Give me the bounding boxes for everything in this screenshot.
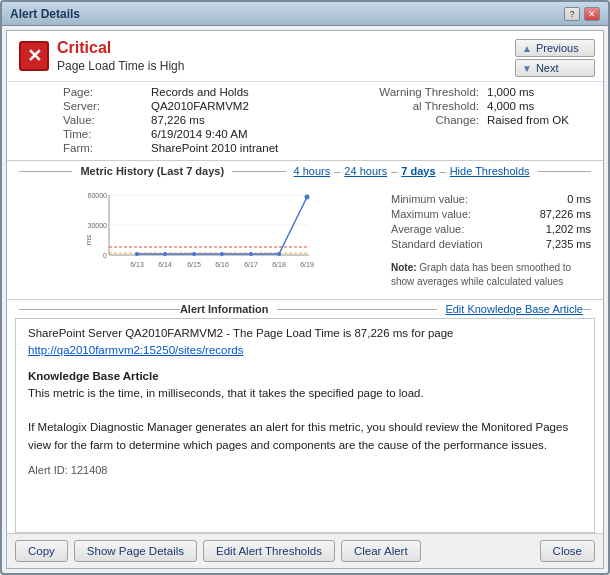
copy-button[interactable]: Copy (15, 540, 68, 562)
kb-section: Knowledge Base Article This metric is th… (28, 368, 582, 454)
time-value: 6/19/2014 9:40 AM (151, 128, 331, 140)
down-icon: ▼ (522, 63, 532, 74)
chart-area: ms 60000 30000 0 (7, 181, 603, 299)
alert-info-line-end (583, 309, 591, 310)
max-label: Maximum value: (391, 208, 471, 220)
link-4hours[interactable]: 4 hours (294, 165, 331, 177)
svg-text:30000: 30000 (88, 222, 108, 229)
warning-threshold-label: Warning Threshold: (339, 86, 479, 98)
chart-container: ms 60000 30000 0 (19, 185, 379, 295)
al-threshold-value: 4,000 ms (487, 100, 591, 112)
page-label: Page: (63, 86, 143, 98)
help-button[interactable]: ? (564, 7, 580, 21)
edit-kb-article-link[interactable]: Edit Knowledge Base Article (437, 303, 583, 315)
svg-text:ms: ms (84, 235, 93, 246)
nav-buttons: ▲ Previous ▼ Next (515, 39, 595, 77)
svg-text:0: 0 (103, 252, 107, 259)
svg-text:6/18: 6/18 (272, 261, 286, 268)
previous-button[interactable]: ▲ Previous (515, 39, 595, 57)
min-value: 0 ms (567, 193, 591, 205)
alert-info-line-right (277, 309, 438, 310)
max-value: 87,226 ms (540, 208, 591, 220)
kb-section-title: Knowledge Base Article (28, 368, 582, 385)
svg-point-14 (220, 252, 224, 256)
chart-svg: ms 60000 30000 0 (19, 185, 379, 295)
button-bar: Copy Show Page Details Edit Alert Thresh… (7, 533, 603, 568)
svg-point-16 (277, 252, 281, 256)
clear-alert-button[interactable]: Clear Alert (341, 540, 421, 562)
avg-value: 1,202 ms (546, 223, 591, 235)
alert-header: ✕ Critical Page Load Time is High ▲ Prev… (7, 31, 603, 82)
section-line-mid (232, 171, 285, 172)
avg-label: Average value: (391, 223, 464, 235)
content-area: ✕ Critical Page Load Time is High ▲ Prev… (6, 30, 604, 569)
title-bar-controls: ? ✕ (564, 7, 600, 21)
section-line-right (538, 171, 591, 172)
alert-subtitle: Page Load Time is High (57, 59, 591, 73)
svg-text:6/16: 6/16 (215, 261, 229, 268)
show-page-details-button[interactable]: Show Page Details (74, 540, 197, 562)
alert-title-area: Critical Page Load Time is High (57, 39, 591, 73)
kb-body: This metric is the time, in milliseconds… (28, 387, 424, 399)
link-24hours[interactable]: 24 hours (344, 165, 387, 177)
change-label: Change: (339, 114, 479, 126)
stat-row-max: Maximum value: 87,226 ms (391, 208, 591, 220)
value-label: Value: (63, 114, 143, 126)
link-hide-thresholds[interactable]: Hide Thresholds (450, 165, 530, 177)
stat-row-avg: Average value: 1,202 ms (391, 223, 591, 235)
close-button[interactable]: Close (540, 540, 595, 562)
stat-row-min: Minimum value: 0 ms (391, 193, 591, 205)
min-label: Minimum value: (391, 193, 468, 205)
section-header-links: 4 hours – 24 hours – 7 days – Hide Thres… (294, 165, 530, 177)
title-bar: Alert Details ? ✕ (2, 2, 608, 26)
alert-info-line-left (19, 309, 180, 310)
link-7days[interactable]: 7 days (401, 165, 435, 177)
alert-severity-icon: ✕ (19, 41, 49, 71)
up-icon: ▲ (522, 43, 532, 54)
svg-point-11 (135, 252, 139, 256)
std-label: Standard deviation (391, 238, 483, 250)
farm-label: Farm: (63, 142, 143, 154)
time-label: Time: (63, 128, 143, 140)
metric-history-title: Metric History (Last 7 days) (80, 165, 224, 177)
alert-body-line1: SharePoint Server QA2010FARMVM2 - The Pa… (28, 325, 582, 360)
section-line-left (19, 171, 72, 172)
change-value: Raised from OK (487, 114, 591, 126)
edit-thresholds-button[interactable]: Edit Alert Thresholds (203, 540, 335, 562)
svg-text:60000: 60000 (88, 192, 108, 199)
window-close-button[interactable]: ✕ (584, 7, 600, 21)
alert-info-header: Alert Information Edit Knowledge Base Ar… (7, 299, 603, 318)
alert-id: Alert ID: 121408 (28, 462, 582, 479)
kb-body2: If Metalogix Diagnostic Manager generate… (28, 421, 568, 450)
server-value: QA2010FARMVM2 (151, 100, 331, 112)
alert-severity-label: Critical (57, 39, 591, 57)
alert-body-link[interactable]: http://qa2010farmvm2:15250/sites/records (28, 344, 243, 356)
alert-details-window: Alert Details ? ✕ ✕ Critical Page Load T… (0, 0, 610, 575)
svg-point-12 (163, 252, 167, 256)
alert-info-body[interactable]: SharePoint Server QA2010FARMVM2 - The Pa… (15, 318, 595, 533)
svg-point-17 (305, 195, 310, 200)
svg-text:6/14: 6/14 (158, 261, 172, 268)
window-title: Alert Details (10, 7, 80, 21)
farm-value: SharePoint 2010 intranet (151, 142, 331, 154)
metric-history-header: Metric History (Last 7 days) 4 hours – 2… (7, 160, 603, 181)
al-threshold-label: al Threshold: (339, 100, 479, 112)
alert-info-title: Alert Information (180, 303, 277, 315)
svg-point-15 (249, 252, 253, 256)
svg-text:6/19: 6/19 (300, 261, 314, 268)
page-value: Records and Holds (151, 86, 331, 98)
chart-note: Note: Graph data has been smoothed to sh… (391, 261, 591, 289)
next-button[interactable]: ▼ Next (515, 59, 595, 77)
svg-text:6/15: 6/15 (187, 261, 201, 268)
server-label: Server: (63, 100, 143, 112)
value-value: 87,226 ms (151, 114, 331, 126)
details-table: Page: Records and Holds Warning Threshol… (7, 82, 603, 160)
svg-text:6/13: 6/13 (130, 261, 144, 268)
stat-row-std: Standard deviation 7,235 ms (391, 238, 591, 250)
svg-text:6/17: 6/17 (244, 261, 258, 268)
chart-stats: Minimum value: 0 ms Maximum value: 87,22… (391, 185, 591, 295)
warning-threshold-value: 1,000 ms (487, 86, 591, 98)
svg-point-13 (192, 252, 196, 256)
std-value: 7,235 ms (546, 238, 591, 250)
